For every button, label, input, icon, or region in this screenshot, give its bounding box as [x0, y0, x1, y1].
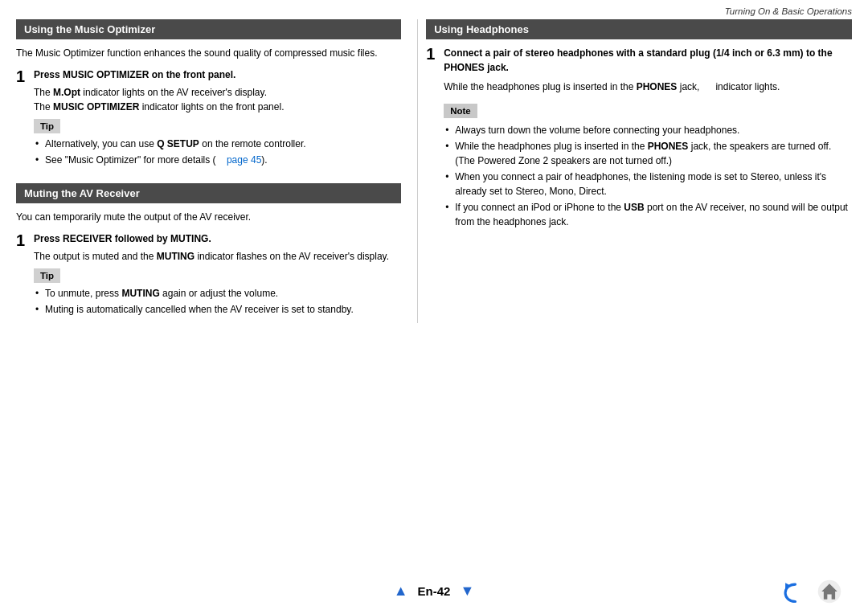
note-list: Always turn down the volume before conne…	[444, 123, 852, 229]
tip-item: See "Music Optimizer" for more details (…	[34, 153, 401, 167]
note-item: When you connect a pair of headphones, t…	[444, 170, 852, 199]
footer-nav: ▲ En-42 ▼	[394, 583, 475, 600]
step-content: Press RECEIVER followed by MUTING. The o…	[34, 232, 401, 318]
tip-item: Alternatively, you can use Q SETUP on th…	[34, 137, 401, 151]
note-item: While the headphones plug is inserted in…	[444, 139, 852, 168]
step-number: 1	[426, 46, 437, 231]
headphones-inline-text: While the headphones plug is inserted in…	[444, 80, 852, 94]
step-number: 1	[16, 68, 27, 169]
page-header: Turning On & Basic Operations	[0, 0, 868, 19]
back-button[interactable]	[778, 577, 807, 606]
page-label: En-42	[418, 584, 451, 598]
music-optimizer-step1: 1 Press MUSIC OPTIMIZER on the front pan…	[16, 68, 401, 169]
muting-header: Muting the AV Receiver	[16, 183, 401, 203]
muting-desc: You can temporarily mute the output of t…	[16, 210, 401, 224]
home-button[interactable]	[815, 577, 844, 606]
note-label: Note	[444, 104, 477, 118]
step-title: Press MUSIC OPTIMIZER on the front panel…	[34, 68, 401, 82]
step-title: Press RECEIVER followed by MUTING.	[34, 232, 401, 246]
step-content: Press MUSIC OPTIMIZER on the front panel…	[34, 68, 401, 169]
note-item: Always turn down the volume before conne…	[444, 123, 852, 137]
step-number: 1	[16, 232, 27, 318]
tip-item: Muting is automatically cancelled when t…	[34, 302, 401, 317]
note-item: If you connect an iPod or iPhone to the …	[444, 200, 852, 229]
footer-icons	[778, 577, 844, 606]
tip-label: Tip	[34, 268, 60, 283]
prev-page-button[interactable]: ▲	[394, 583, 408, 600]
muting-section: Muting the AV Receiver You can temporari…	[16, 183, 401, 318]
headphones-step1: 1 Connect a pair of stereo headphones wi…	[426, 46, 852, 231]
step-body: The output is muted and the MUTING indic…	[34, 249, 401, 264]
headphones-header: Using Headphones	[426, 19, 852, 39]
tip-list: Alternatively, you can use Q SETUP on th…	[34, 137, 401, 167]
headphones-step-title: Connect a pair of stereo headphones with…	[444, 46, 852, 75]
tip-label: Tip	[34, 119, 60, 133]
footer: ▲ En-42 ▼	[0, 583, 868, 600]
music-optimizer-header: Using the Music Optimizer	[16, 19, 401, 39]
right-column: Using Headphones 1 Connect a pair of ste…	[417, 19, 852, 323]
muting-tip-list: To unmute, press MUTING again or adjust …	[34, 286, 401, 317]
step-content: Connect a pair of stereo headphones with…	[444, 46, 852, 231]
chapter-title: Turning On & Basic Operations	[725, 6, 852, 16]
left-column: Using the Music Optimizer The Music Opti…	[16, 19, 417, 323]
music-optimizer-desc: The Music Optimizer function enhances th…	[16, 46, 401, 60]
next-page-button[interactable]: ▼	[460, 583, 474, 600]
step-body: The M.Opt indicator lights on the AV rec…	[34, 85, 401, 114]
tip-item: To unmute, press MUTING again or adjust …	[34, 286, 401, 301]
muting-step1: 1 Press RECEIVER followed by MUTING. The…	[16, 232, 401, 318]
